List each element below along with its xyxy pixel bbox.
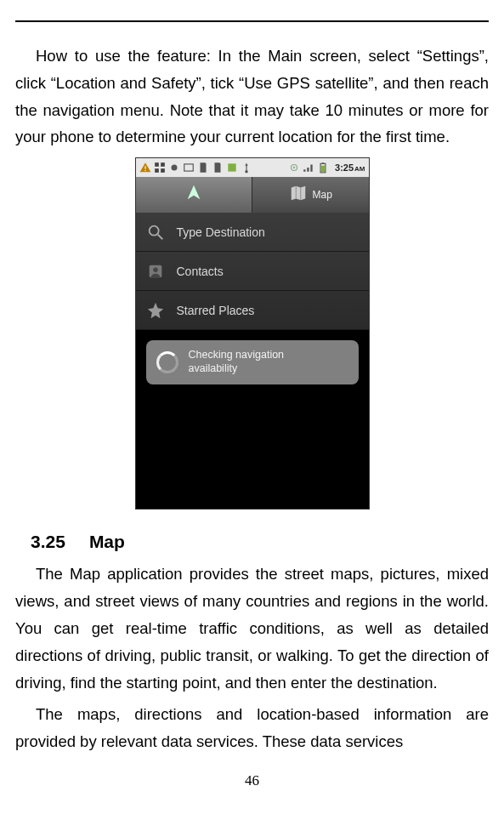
nav-list: Type Destination Contacts Starred Places	[136, 213, 369, 330]
clock-ampm: AM	[354, 165, 365, 173]
page-number: 46	[15, 772, 489, 800]
warning-icon	[139, 162, 151, 174]
signal-icon	[303, 162, 314, 174]
paragraph-gps-usage: How to use the feature: In the Main scre…	[15, 43, 489, 151]
square-green-icon	[226, 162, 238, 174]
toast-line2: availability	[189, 362, 238, 374]
navigation-arrow-icon	[184, 184, 203, 206]
svg-point-6	[171, 165, 177, 171]
svg-rect-0	[144, 167, 145, 170]
spinner-icon	[156, 351, 178, 373]
heading-text: Map	[89, 532, 125, 551]
status-bar: 3:25AM	[136, 158, 369, 177]
paragraph-map-description: The Map application provides the street …	[15, 561, 489, 696]
grid-icon	[154, 162, 166, 174]
sd2-icon	[212, 162, 224, 174]
row-starred-places[interactable]: Starred Places	[136, 291, 369, 330]
phone-screenshot: 3:25AM Map	[135, 157, 370, 510]
toast-line1: Checking navigation	[189, 349, 285, 361]
row-type-destination[interactable]: Type Destination	[136, 213, 369, 252]
row-label: Contacts	[177, 265, 224, 278]
tab-map[interactable]: Map	[252, 177, 369, 213]
section-heading: 3.25Map	[15, 532, 489, 552]
paragraph-data-services: The maps, directions and location-based …	[15, 701, 489, 755]
row-contacts[interactable]: Contacts	[136, 252, 369, 291]
document-page: How to use the feature: In the Main scre…	[0, 20, 504, 800]
svg-rect-14	[322, 162, 324, 163]
heading-number: 3.25	[31, 532, 65, 552]
checking-toast: Checking navigation availability	[146, 340, 359, 384]
svg-line-17	[157, 235, 162, 240]
svg-rect-1	[144, 170, 145, 171]
toast-area: Checking navigation availability	[136, 330, 369, 509]
tab-navigation[interactable]	[136, 177, 253, 213]
top-rule	[15, 20, 489, 22]
paragraph-text: The maps, directions and location-based …	[15, 705, 489, 750]
tab-map-label: Map	[313, 189, 332, 201]
row-label: Starred Places	[177, 304, 255, 317]
svg-point-12	[293, 167, 295, 168]
svg-point-19	[153, 267, 158, 272]
search-icon	[146, 223, 165, 242]
toast-text: Checking navigation availability	[189, 349, 285, 375]
dot-icon	[168, 162, 180, 174]
paragraph-text: How to use the feature: In the Main scre…	[15, 47, 489, 145]
box-icon	[183, 162, 195, 174]
svg-rect-4	[155, 168, 159, 173]
sd-icon	[197, 162, 209, 174]
svg-rect-3	[161, 162, 165, 167]
status-clock: 3:25AM	[335, 162, 365, 173]
map-icon	[289, 184, 308, 206]
svg-rect-7	[184, 164, 193, 171]
paragraph-text: The Map application provides the street …	[15, 565, 489, 691]
tab-bar: Map	[136, 177, 369, 213]
svg-rect-8	[228, 164, 235, 172]
contacts-icon	[146, 262, 165, 281]
gps-icon	[288, 162, 300, 174]
clock-time: 3:25	[335, 162, 354, 173]
svg-point-16	[149, 225, 158, 235]
statusbar-right-icons: 3:25AM	[288, 162, 365, 174]
usb-icon	[241, 162, 252, 174]
battery-icon	[317, 162, 329, 174]
phone-screenshot-wrap: 3:25AM Map	[15, 157, 489, 510]
statusbar-left-icons	[139, 162, 252, 174]
svg-rect-15	[321, 166, 326, 173]
star-icon	[146, 301, 165, 320]
row-label: Type Destination	[177, 225, 265, 239]
svg-rect-2	[155, 162, 159, 167]
svg-rect-5	[161, 168, 165, 173]
